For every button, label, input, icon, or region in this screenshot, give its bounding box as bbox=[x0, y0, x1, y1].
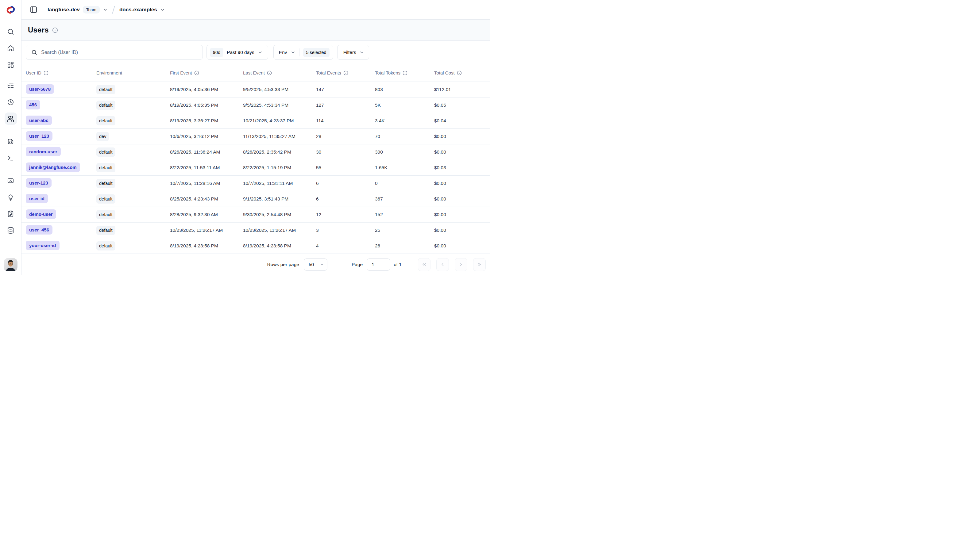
user-id-badge[interactable]: user-id bbox=[26, 194, 48, 203]
info-icon[interactable] bbox=[402, 71, 407, 75]
total-events-cell: 127 bbox=[316, 102, 375, 108]
col-header-user-id[interactable]: User ID bbox=[26, 70, 96, 75]
file-code-icon bbox=[7, 138, 14, 145]
info-icon[interactable] bbox=[343, 71, 348, 75]
environment-filter-button[interactable]: Env 5 selected bbox=[274, 45, 333, 60]
terminal-icon bbox=[7, 155, 14, 162]
user-id-badge[interactable]: jannik@langfuse.com bbox=[26, 162, 80, 172]
environment-cell: default bbox=[96, 163, 170, 173]
col-header-total-events[interactable]: Total Events bbox=[316, 70, 375, 75]
col-header-environment[interactable]: Environment bbox=[96, 70, 170, 75]
previous-page-button[interactable] bbox=[436, 258, 449, 271]
total-cost-cell: $0.00 bbox=[434, 227, 490, 233]
dashboard-icon bbox=[7, 61, 14, 68]
col-header-total-cost[interactable]: Total Cost bbox=[434, 70, 490, 75]
last-page-button[interactable] bbox=[473, 258, 486, 271]
langfuse-logo-icon bbox=[5, 4, 16, 15]
filters-button[interactable]: Filters bbox=[337, 45, 369, 60]
project-switcher-button[interactable] bbox=[160, 7, 165, 12]
user-id-badge[interactable]: user-123 bbox=[26, 178, 51, 188]
page-number-input[interactable] bbox=[367, 258, 390, 271]
sidebar-item-sessions[interactable] bbox=[5, 96, 17, 108]
sidebar-item-evaluation[interactable] bbox=[5, 191, 17, 203]
user-id-cell: user-abc bbox=[26, 116, 96, 126]
table-row[interactable]: user-abc default 8/19/2025, 3:36:27 PM 1… bbox=[21, 113, 490, 129]
info-icon[interactable] bbox=[44, 71, 48, 75]
first-event-cell: 8/22/2025, 11:53:11 AM bbox=[170, 165, 243, 170]
user-id-cell: your-user-id bbox=[26, 241, 96, 251]
user-id-badge[interactable]: 456 bbox=[26, 100, 40, 109]
table-row[interactable]: user-id default 8/25/2025, 4:23:43 PM 9/… bbox=[21, 191, 490, 207]
project-name[interactable]: docs-examples bbox=[119, 7, 157, 13]
table-row[interactable]: user-123 default 10/7/2025, 11:28:16 AM … bbox=[21, 176, 490, 191]
pagination-buttons bbox=[418, 258, 486, 271]
user-id-badge[interactable]: user_123 bbox=[26, 131, 52, 141]
first-page-button[interactable] bbox=[418, 258, 431, 271]
sidebar-item-playground[interactable] bbox=[5, 152, 17, 164]
chevron-down-icon bbox=[160, 7, 165, 12]
table-row[interactable]: jannik@langfuse.com default 8/22/2025, 1… bbox=[21, 160, 490, 176]
search-input[interactable] bbox=[41, 50, 198, 55]
sidebar-toggle-button[interactable] bbox=[28, 5, 39, 15]
col-header-total-tokens[interactable]: Total Tokens bbox=[375, 70, 434, 75]
table-row[interactable]: user_456 default 10/23/2025, 11:26:17 AM… bbox=[21, 223, 490, 238]
user-id-badge[interactable]: user_456 bbox=[26, 225, 52, 235]
sidebar-item-tracing[interactable] bbox=[5, 79, 17, 92]
first-event-cell: 8/26/2025, 11:36:24 AM bbox=[170, 149, 243, 155]
org-switcher-button[interactable] bbox=[103, 7, 108, 12]
user-avatar[interactable] bbox=[4, 258, 18, 271]
info-icon[interactable] bbox=[457, 71, 462, 75]
table-row[interactable]: your-user-id default 8/19/2025, 4:23:58 … bbox=[21, 238, 490, 254]
sidebar-item-dashboards[interactable] bbox=[5, 59, 17, 71]
org-plan-badge: Team bbox=[83, 6, 100, 13]
sidebar-item-home[interactable] bbox=[5, 42, 17, 54]
first-event-cell: 8/19/2025, 4:23:58 PM bbox=[170, 243, 243, 249]
sidebar-item-datasets[interactable] bbox=[5, 224, 17, 236]
date-range-button[interactable]: 90d Past 90 days bbox=[207, 45, 268, 60]
langfuse-logo[interactable] bbox=[0, 0, 21, 20]
col-header-first-event[interactable]: First Event bbox=[170, 70, 243, 75]
user-id-badge[interactable]: your-user-id bbox=[26, 241, 59, 250]
sidebar-item-annotation[interactable] bbox=[5, 208, 17, 220]
col-header-last-event[interactable]: Last Event bbox=[243, 70, 316, 75]
total-events-cell: 147 bbox=[316, 87, 375, 92]
table-row[interactable]: user_123 dev 10/6/2025, 3:16:12 PM 11/13… bbox=[21, 129, 490, 144]
user-id-badge[interactable]: user-abc bbox=[26, 116, 52, 125]
user-id-cell: user_123 bbox=[26, 131, 96, 142]
main-area: langfuse-dev Team docs-examples Users bbox=[21, 0, 490, 275]
table-header-row: User ID Environment First Event Last Eve… bbox=[21, 64, 490, 82]
sidebar-item-scores[interactable] bbox=[5, 174, 17, 187]
user-id-cell: demo-user bbox=[26, 209, 96, 220]
sidebar-item-users[interactable] bbox=[5, 113, 17, 125]
table-row[interactable]: random-user default 8/26/2025, 11:36:24 … bbox=[21, 144, 490, 160]
chevron-left-icon bbox=[440, 262, 445, 267]
chevron-down-icon bbox=[359, 50, 364, 55]
table-row[interactable]: demo-user default 8/28/2025, 9:32:30 AM … bbox=[21, 207, 490, 223]
info-icon[interactable] bbox=[194, 71, 199, 75]
sidebar-item-prompts[interactable] bbox=[5, 135, 17, 147]
user-id-badge[interactable]: random-user bbox=[26, 147, 61, 156]
rows-per-page-select[interactable]: 50 bbox=[304, 258, 328, 271]
last-event-cell: 8/26/2025, 2:35:42 PM bbox=[243, 149, 316, 155]
total-tokens-cell: 367 bbox=[375, 196, 434, 202]
user-id-cell: jannik@langfuse.com bbox=[26, 162, 96, 173]
table-row[interactable]: 456 default 8/19/2025, 4:05:35 PM 9/5/20… bbox=[21, 97, 490, 113]
info-icon[interactable] bbox=[267, 71, 272, 75]
divider bbox=[299, 48, 299, 56]
page-label: Page bbox=[352, 262, 363, 267]
user-id-badge[interactable]: demo-user bbox=[26, 209, 56, 219]
last-event-cell: 9/1/2025, 3:51:43 PM bbox=[243, 196, 316, 202]
sidebar-item-search[interactable] bbox=[5, 25, 17, 38]
user-id-badge[interactable]: user-5678 bbox=[26, 84, 54, 94]
total-events-cell: 12 bbox=[316, 212, 375, 217]
user-id-cell: user-5678 bbox=[26, 84, 96, 95]
total-cost-cell: $0.00 bbox=[434, 181, 490, 186]
page-title-info-icon[interactable] bbox=[52, 27, 58, 33]
next-page-button[interactable] bbox=[455, 258, 467, 271]
total-tokens-cell: 26 bbox=[375, 243, 434, 249]
toolbar: 90d Past 90 days Env 5 selected Filters bbox=[21, 41, 490, 64]
chevron-down-icon bbox=[258, 50, 262, 55]
table-row[interactable]: user-5678 default 8/19/2025, 4:05:36 PM … bbox=[21, 82, 490, 97]
org-name[interactable]: langfuse-dev bbox=[48, 7, 80, 13]
search-box bbox=[26, 45, 203, 60]
